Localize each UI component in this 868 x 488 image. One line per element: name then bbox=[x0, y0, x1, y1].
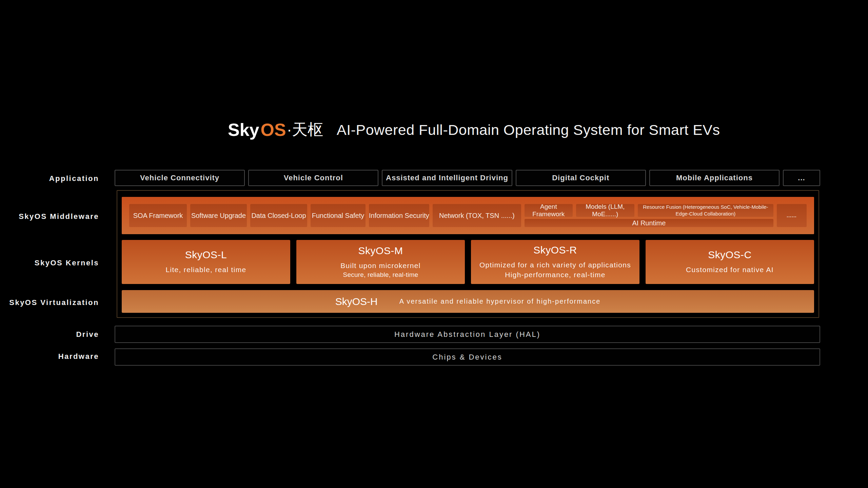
layer-label-application: Application bbox=[49, 174, 99, 183]
layer-label-middleware: SkyOS Middleware bbox=[19, 212, 99, 221]
layer-label-drive: Drive bbox=[76, 330, 99, 339]
kernels-layer-row: SkyOS-L Lite, reliable, real time SkyOS-… bbox=[122, 240, 814, 284]
application-layer-row: Vehicle Connectivity Vehicle Control Ass… bbox=[115, 170, 820, 186]
page-subtitle: AI-Powered Full-Domain Operating System … bbox=[337, 122, 720, 138]
middleware-box-network: Network (TOX, TSN ......) bbox=[433, 204, 521, 227]
kernel-name: SkyOS-R bbox=[533, 244, 577, 256]
drive-layer-row: Hardware Abstraction Layer (HAL) bbox=[115, 326, 820, 343]
kernel-description: Built upon microkernel bbox=[340, 261, 420, 270]
kernel-name: SkyOS-M bbox=[358, 245, 403, 257]
kernel-description-secondary: High-performance, real-time bbox=[505, 270, 606, 280]
middleware-box-data-closed-loop: Data Closed-Loop bbox=[250, 204, 307, 227]
kernel-box-skyos-r: SkyOS-R Optimized for a rich variety of … bbox=[471, 240, 639, 284]
kernel-description: Optimized for a rich variety of applicat… bbox=[479, 260, 631, 270]
kernel-description: Customized for native AI bbox=[686, 265, 774, 274]
middleware-box-more: ...... bbox=[777, 204, 807, 227]
middleware-box-information-security: Information Security bbox=[369, 204, 429, 227]
virtualization-description: A versatile and reliable hypervisor of h… bbox=[399, 298, 601, 305]
core-os-container: SOA Framework Software Upgrade Data Clos… bbox=[117, 190, 819, 318]
application-box-more: ... bbox=[783, 170, 820, 186]
logo-os-text: OS bbox=[261, 120, 286, 140]
middleware-box-soa-framework: SOA Framework bbox=[129, 204, 187, 227]
virtualization-layer-row: SkyOS-H A versatile and reliable hypervi… bbox=[122, 290, 814, 313]
application-box-vehicle-connectivity: Vehicle Connectivity bbox=[115, 170, 245, 186]
middleware-layer-row: SOA Framework Software Upgrade Data Clos… bbox=[122, 197, 814, 234]
kernel-description-secondary: Secure, reliable, real-time bbox=[343, 270, 418, 279]
kernel-name: SkyOS-C bbox=[708, 249, 752, 261]
middleware-box-ai-runtime: AI Runtime bbox=[525, 219, 773, 227]
middleware-box-resource-fusion: Resource Fusion (Heterogeneous SoC, Vehi… bbox=[638, 204, 773, 217]
kernel-box-skyos-c: SkyOS-C Customized for native AI bbox=[646, 240, 814, 284]
skyos-logo: Sky OS ·天枢 bbox=[228, 119, 323, 140]
middleware-box-agent-framework: Agent Framework bbox=[525, 204, 573, 217]
layer-label-hardware: Hardware bbox=[58, 352, 99, 361]
virtualization-name: SkyOS-H bbox=[335, 296, 378, 307]
layer-label-virtualization: SkyOS Virtualization bbox=[9, 298, 99, 307]
middleware-box-software-upgrade: Software Upgrade bbox=[190, 204, 247, 227]
page-title: Sky OS ·天枢 AI-Powered Full-Domain Operat… bbox=[228, 118, 720, 142]
kernel-name: SkyOS-L bbox=[185, 249, 227, 261]
kernel-description: Lite, reliable, real time bbox=[166, 265, 246, 274]
logo-sky-text: Sky bbox=[228, 120, 259, 140]
middleware-box-functional-safety: Functional Safety bbox=[311, 204, 366, 227]
middleware-ai-cluster: Agent Framework Models (LLM, MoE......) … bbox=[525, 204, 773, 227]
skyos-architecture-diagram: Sky OS ·天枢 AI-Powered Full-Domain Operat… bbox=[0, 0, 868, 488]
kernel-box-skyos-m: SkyOS-M Built upon microkernel Secure, r… bbox=[296, 240, 465, 284]
layer-label-kernels: SkyOS Kernels bbox=[35, 259, 99, 267]
logo-chinese-text: ·天枢 bbox=[287, 119, 323, 140]
application-box-assisted-intelligent-driving: Assisted and Intelligent Driving bbox=[382, 170, 512, 186]
middleware-box-models: Models (LLM, MoE......) bbox=[576, 204, 634, 217]
hardware-layer-row: Chips & Devices bbox=[115, 348, 820, 366]
application-box-digital-cockpit: Digital Cockpit bbox=[516, 170, 646, 186]
kernel-box-skyos-l: SkyOS-L Lite, reliable, real time bbox=[122, 240, 290, 284]
application-box-vehicle-control: Vehicle Control bbox=[248, 170, 378, 186]
application-box-mobile-applications: Mobile Applications bbox=[649, 170, 780, 186]
